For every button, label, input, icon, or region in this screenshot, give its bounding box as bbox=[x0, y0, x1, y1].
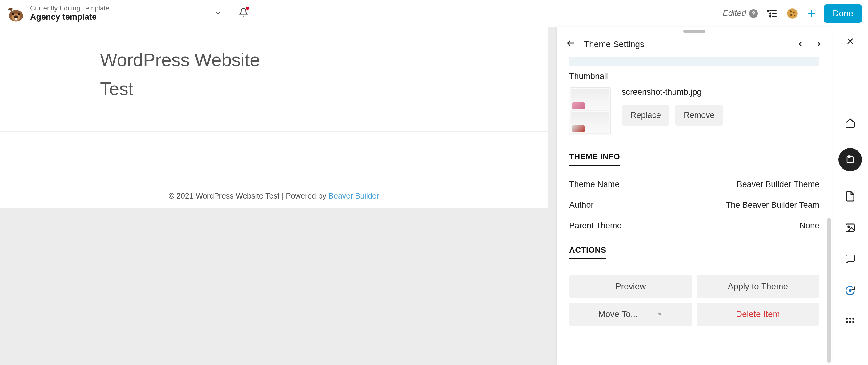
svg-point-14 bbox=[790, 10, 792, 12]
info-label: Theme Name bbox=[569, 180, 620, 189]
panel-nav bbox=[797, 38, 823, 50]
panel-title: Theme Settings bbox=[584, 39, 644, 49]
done-button[interactable]: Done bbox=[824, 4, 862, 23]
svg-point-9 bbox=[770, 12, 771, 14]
svg-point-27 bbox=[849, 317, 851, 320]
topbar-right: Edited ? + Done bbox=[723, 4, 868, 23]
svg-point-4 bbox=[14, 16, 18, 18]
svg-point-17 bbox=[794, 15, 795, 16]
info-value: The Beaver Builder Team bbox=[726, 200, 819, 210]
content-spacer bbox=[0, 132, 548, 184]
thumbnail-filename: screenshot-thumb.jpg bbox=[622, 87, 819, 97]
svg-point-13 bbox=[787, 8, 798, 19]
site-footer[interactable]: © 2021 WordPress Website Test | Powered … bbox=[0, 184, 548, 208]
move-to-label: Move To... bbox=[598, 309, 638, 319]
back-arrow-icon[interactable] bbox=[566, 38, 575, 50]
replace-button[interactable]: Replace bbox=[622, 105, 670, 126]
beaver-builder-logo[interactable] bbox=[6, 4, 25, 23]
thumbnail-info: screenshot-thumb.jpg Replace Remove bbox=[622, 87, 819, 126]
svg-point-15 bbox=[793, 12, 795, 13]
content-icon[interactable] bbox=[844, 190, 857, 203]
notifications-button[interactable] bbox=[231, 0, 256, 27]
thumbnail-preview[interactable] bbox=[569, 87, 611, 135]
svg-point-29 bbox=[846, 321, 848, 323]
site-title-line2: Test bbox=[100, 74, 548, 103]
svg-point-26 bbox=[846, 317, 848, 320]
input-placeholder-bar[interactable] bbox=[569, 57, 819, 66]
site-header-block[interactable]: WordPress Website Test bbox=[0, 27, 548, 132]
apps-icon[interactable] bbox=[844, 315, 857, 328]
thumbnail-row: screenshot-thumb.jpg Replace Remove bbox=[569, 87, 819, 135]
close-icon[interactable] bbox=[845, 36, 855, 49]
topbar-left: Currently Editing Template Agency templa… bbox=[0, 0, 231, 27]
info-row-theme-name: Theme Name Beaver Builder Theme bbox=[569, 174, 819, 195]
svg-point-24 bbox=[848, 226, 849, 228]
theme-info-heading: THEME INFO bbox=[569, 152, 620, 165]
svg-point-28 bbox=[852, 317, 855, 320]
footer-link[interactable]: Beaver Builder bbox=[329, 191, 379, 200]
settings-panel: Theme Settings Thumbnail screenshot-thum… bbox=[557, 27, 832, 365]
prev-item-button[interactable] bbox=[797, 38, 804, 50]
template-dropdown-toggle[interactable] bbox=[214, 8, 222, 19]
footer-text: © 2021 WordPress Website Test | Powered … bbox=[169, 191, 329, 200]
next-item-button[interactable] bbox=[815, 38, 823, 50]
topbar: Currently Editing Template Agency templa… bbox=[0, 0, 868, 27]
svg-rect-5 bbox=[15, 18, 16, 20]
add-content-button[interactable]: + bbox=[807, 6, 815, 21]
bell-icon bbox=[239, 8, 248, 20]
apply-to-theme-button[interactable]: Apply to Theme bbox=[696, 275, 820, 298]
svg-point-7 bbox=[768, 10, 769, 11]
move-to-button[interactable]: Move To... bbox=[569, 303, 692, 326]
remove-button[interactable]: Remove bbox=[675, 105, 723, 126]
svg-rect-23 bbox=[846, 224, 854, 232]
library-icon[interactable] bbox=[838, 148, 862, 172]
comments-icon[interactable] bbox=[844, 253, 857, 266]
thumbnail-label: Thumbnail bbox=[569, 72, 819, 81]
actions-grid: Preview Apply to Theme Move To... Delete… bbox=[569, 275, 819, 326]
title-stack: Currently Editing Template Agency templa… bbox=[30, 5, 110, 22]
svg-point-3 bbox=[18, 13, 20, 15]
svg-point-2 bbox=[12, 13, 14, 15]
panel-body[interactable]: Thumbnail screenshot-thumb.jpg Replace R… bbox=[557, 57, 832, 365]
svg-point-16 bbox=[790, 14, 792, 16]
actions-heading: ACTIONS bbox=[569, 245, 607, 259]
edited-label: Edited bbox=[723, 9, 746, 18]
canvas-background bbox=[0, 208, 548, 365]
svg-point-31 bbox=[852, 321, 855, 323]
notification-dot bbox=[246, 7, 249, 10]
right-sidebar bbox=[832, 27, 868, 365]
svg-point-25 bbox=[848, 289, 851, 292]
info-label: Author bbox=[569, 200, 594, 210]
media-icon[interactable] bbox=[844, 221, 857, 234]
panel-drag-handle[interactable] bbox=[683, 30, 706, 33]
svg-point-11 bbox=[770, 16, 771, 17]
delete-item-button[interactable]: Delete Item bbox=[696, 303, 820, 326]
info-row-parent-theme: Parent Theme None bbox=[569, 215, 819, 236]
info-label: Parent Theme bbox=[569, 221, 622, 231]
info-value: Beaver Builder Theme bbox=[737, 180, 819, 189]
template-name: Agency template bbox=[30, 12, 110, 22]
panel-scrollbar[interactable] bbox=[827, 218, 831, 363]
outline-icon[interactable] bbox=[767, 8, 777, 19]
canvas: WordPress Website Test © 2021 WordPress … bbox=[0, 27, 548, 365]
panel-header: Theme Settings bbox=[557, 33, 832, 57]
preview-button[interactable]: Preview bbox=[569, 275, 692, 298]
editing-context-label: Currently Editing Template bbox=[30, 5, 110, 12]
svg-rect-22 bbox=[848, 156, 850, 158]
updates-icon[interactable] bbox=[844, 284, 857, 297]
svg-point-30 bbox=[849, 321, 851, 323]
history-icon[interactable] bbox=[786, 7, 799, 20]
site-title-line1: WordPress Website bbox=[100, 45, 548, 74]
info-row-author: Author The Beaver Builder Team bbox=[569, 195, 819, 215]
home-icon[interactable] bbox=[844, 117, 857, 129]
edited-indicator: Edited ? bbox=[723, 9, 758, 18]
info-value: None bbox=[799, 221, 819, 231]
chevron-down-icon bbox=[657, 310, 663, 318]
svg-rect-6 bbox=[16, 18, 17, 20]
help-icon[interactable]: ? bbox=[749, 9, 758, 18]
